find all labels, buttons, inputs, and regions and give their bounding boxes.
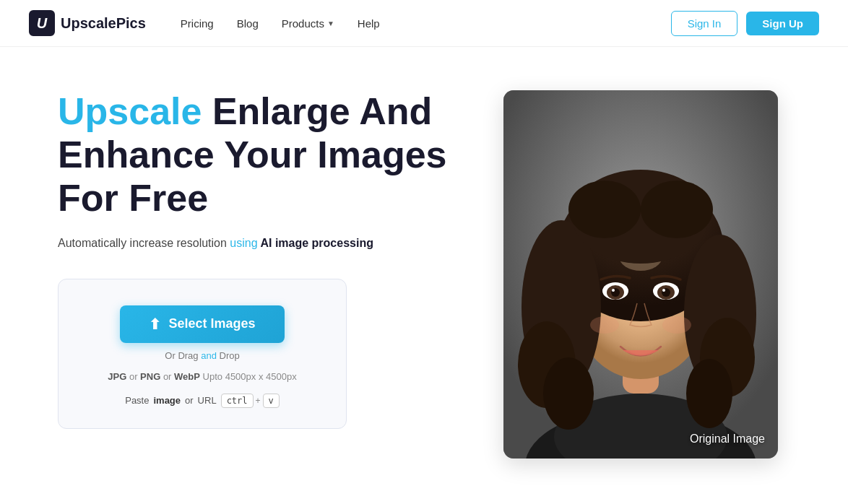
svg-point-24 [568, 181, 641, 238]
paste-row: Paste image or URL ctrl + v [125, 394, 280, 408]
kbd-ctrl: ctrl [221, 394, 254, 408]
navbar: U UpscalePics Pricing Blog Products ▼ He… [0, 0, 848, 47]
main-content: Upscale Enlarge And Enhance Your Images … [0, 47, 848, 487]
upload-box: ⬆ Select Images Or Drag and Drop JPG or … [58, 279, 347, 429]
drag-drop-text: Or Drag and Drop [165, 350, 239, 361]
nav-link-products[interactable]: Products ▼ [282, 17, 334, 30]
products-chevron-icon: ▼ [327, 19, 334, 27]
format-jpg: JPG [108, 371, 126, 382]
nav-links: Pricing Blog Products ▼ Help [181, 17, 671, 30]
format-png: PNG [140, 371, 160, 382]
svg-point-9 [543, 357, 594, 430]
subtitle-using: using [230, 237, 257, 249]
or1: or [126, 371, 140, 382]
or2: or [160, 371, 174, 382]
paste-image-bold: image [153, 395, 181, 406]
image-label: Original Image [690, 433, 765, 446]
svg-point-19 [662, 289, 665, 292]
nav-link-pricing[interactable]: Pricing [181, 17, 214, 30]
upload-icon: ⬆ [149, 316, 161, 333]
portrait-image [503, 90, 778, 459]
subtitle-text1: Automatically increase resolution [58, 237, 230, 249]
kbd-v: v [263, 394, 280, 408]
svg-point-25 [641, 181, 713, 238]
keyboard-shortcut: ctrl + v [221, 394, 280, 408]
svg-point-11 [686, 359, 732, 428]
headline-highlight: Upscale [58, 90, 202, 132]
nav-actions: Sign In Sign Up [671, 11, 819, 36]
svg-point-20 [590, 316, 619, 334]
select-images-label: Select Images [168, 316, 255, 331]
drag-text2: Drop [217, 350, 240, 361]
logo-text: UpscalePics [61, 15, 146, 32]
file-types-text: JPG or PNG or WebP Upto 4500px x 4500px [108, 371, 296, 382]
svg-point-18 [612, 289, 615, 292]
format-webp: WebP [174, 371, 200, 382]
subtitle-bold: AI image processing [258, 237, 373, 249]
original-image-container: Original Image [503, 90, 778, 459]
hero-right: Original Image [491, 90, 790, 459]
hero-headline: Upscale Enlarge And Enhance Your Images … [58, 90, 448, 220]
signin-button[interactable]: Sign In [671, 11, 738, 36]
file-size-limit: Upto 4500px x 4500px [200, 371, 297, 382]
drag-and: and [201, 350, 217, 361]
paste-or: or [185, 395, 194, 406]
nav-link-help[interactable]: Help [358, 17, 380, 30]
paste-label: Paste [125, 395, 149, 406]
logo-link[interactable]: U UpscalePics [29, 10, 146, 36]
drag-text1: Or Drag [165, 350, 201, 361]
select-images-button[interactable]: ⬆ Select Images [120, 305, 284, 343]
paste-url: URL [198, 395, 217, 406]
hero-subtitle: Automatically increase resolution using … [58, 234, 448, 253]
signup-button[interactable]: Sign Up [746, 12, 819, 35]
plus-sign: + [256, 396, 261, 406]
nav-link-blog[interactable]: Blog [237, 17, 259, 30]
hero-left: Upscale Enlarge And Enhance Your Images … [58, 90, 448, 429]
svg-point-21 [662, 316, 691, 334]
logo-icon: U [29, 10, 55, 36]
